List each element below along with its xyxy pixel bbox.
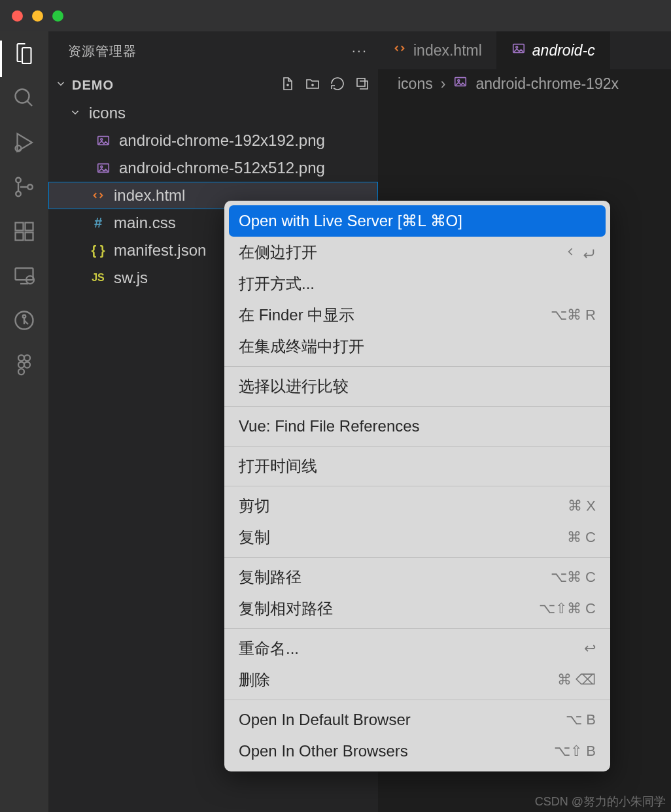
context-menu-item[interactable]: 剪切 ⌘ X bbox=[224, 490, 610, 522]
file-label: sw.js bbox=[114, 269, 148, 287]
tree-folder-icons[interactable]: icons bbox=[48, 99, 378, 127]
svg-rect-6 bbox=[16, 233, 24, 241]
context-menu-item[interactable]: 在侧边打开 bbox=[224, 237, 610, 268]
context-menu-item[interactable]: 打开方式... bbox=[224, 268, 610, 299]
breadcrumb-file: android-chrome-192x bbox=[475, 75, 619, 93]
submenu-indicator bbox=[564, 245, 596, 260]
menu-shortcut: ↩ bbox=[584, 640, 596, 657]
collapse-all-icon[interactable] bbox=[354, 76, 370, 94]
context-menu-item[interactable]: 复制相对路径 ⌥⇧⌘ C bbox=[224, 593, 610, 624]
refresh-icon[interactable] bbox=[330, 76, 345, 94]
file-label: manifest.json bbox=[114, 241, 206, 260]
js-file-icon: JS bbox=[89, 272, 107, 284]
menu-separator bbox=[224, 700, 610, 700]
editor-tab[interactable]: index.html bbox=[378, 31, 497, 69]
breadcrumb[interactable]: icons › android-chrome-192x bbox=[378, 69, 671, 98]
svg-point-2 bbox=[16, 178, 21, 183]
svg-rect-18 bbox=[357, 78, 365, 86]
git-graph-icon[interactable] bbox=[11, 307, 37, 333]
breadcrumb-folder: icons bbox=[398, 75, 433, 93]
context-menu-item[interactable]: 在 Finder 中显示 ⌥⌘ R bbox=[224, 299, 610, 331]
menu-item-label: Open In Default Browser bbox=[239, 711, 411, 729]
project-actions bbox=[280, 76, 378, 94]
html-file-icon bbox=[392, 41, 407, 59]
remote-explorer-icon[interactable] bbox=[11, 263, 37, 289]
menu-item-label: 打开方式... bbox=[239, 273, 315, 294]
sidebar-header: 资源管理器 ··· bbox=[48, 31, 378, 71]
tab-label: index.html bbox=[413, 42, 482, 59]
context-menu-item[interactable]: 复制路径 ⌥⌘ C bbox=[224, 562, 610, 593]
search-icon[interactable] bbox=[11, 85, 37, 111]
menu-separator bbox=[224, 446, 610, 447]
activity-bar bbox=[0, 31, 48, 812]
file-label: android-chrome-512x512.png bbox=[119, 159, 325, 177]
menu-separator bbox=[224, 628, 610, 629]
menu-item-label: 在集成终端中打开 bbox=[239, 336, 364, 357]
tree-file[interactable]: android-chrome-192x192.png bbox=[48, 127, 378, 154]
menu-shortcut: ⌥⌘ C bbox=[551, 569, 596, 586]
menu-shortcut: ⌥⌘ R bbox=[551, 307, 596, 324]
svg-point-14 bbox=[24, 355, 30, 361]
editor-tab-active[interactable]: android-c bbox=[497, 31, 610, 69]
svg-point-24 bbox=[516, 46, 518, 48]
menu-shortcut: ⌘ ⌫ bbox=[557, 671, 596, 688]
figma-icon[interactable] bbox=[11, 352, 37, 378]
close-window-button[interactable] bbox=[12, 10, 23, 22]
context-menu-item[interactable]: 打开时间线 bbox=[224, 450, 610, 482]
svg-point-16 bbox=[18, 362, 24, 368]
image-file-icon bbox=[453, 75, 468, 93]
svg-point-26 bbox=[458, 80, 460, 82]
menu-shortcut: ⌘ C bbox=[567, 529, 596, 546]
context-menu-item[interactable]: 重命名... ↩ bbox=[224, 633, 610, 664]
json-file-icon: { } bbox=[89, 243, 107, 258]
run-debug-icon[interactable] bbox=[11, 129, 37, 156]
context-menu-item[interactable]: Vue: Find File References bbox=[224, 411, 610, 442]
svg-rect-9 bbox=[16, 268, 33, 280]
editor-tabs: index.html android-c bbox=[378, 31, 671, 69]
svg-rect-5 bbox=[16, 223, 24, 231]
image-file-icon bbox=[94, 161, 112, 175]
menu-item-label: 删除 bbox=[239, 669, 270, 690]
project-name: DEMO bbox=[72, 78, 114, 93]
context-menu-item[interactable]: 复制 ⌘ C bbox=[224, 522, 610, 553]
menu-item-label: 复制 bbox=[239, 527, 270, 548]
menu-item-label: Open In Other Browsers bbox=[239, 742, 408, 760]
svg-point-4 bbox=[27, 184, 33, 190]
context-menu-item[interactable]: Open In Other Browsers ⌥⇧ B bbox=[224, 736, 610, 767]
source-control-icon[interactable] bbox=[11, 174, 37, 200]
tab-label: android-c bbox=[532, 42, 595, 59]
window-controls bbox=[12, 10, 63, 22]
context-menu-item[interactable]: 在集成终端中打开 bbox=[224, 331, 610, 362]
explorer-icon[interactable] bbox=[11, 41, 37, 67]
context-menu-item[interactable]: Open In Default Browser ⌥ B bbox=[224, 704, 610, 736]
context-menu-item[interactable]: 删除 ⌘ ⌫ bbox=[224, 664, 610, 696]
image-file-icon bbox=[511, 41, 526, 59]
svg-rect-7 bbox=[26, 233, 33, 241]
chevron-down-icon bbox=[69, 104, 82, 122]
menu-item-label: Vue: Find File References bbox=[239, 417, 420, 435]
menu-item-label: 复制相对路径 bbox=[239, 598, 333, 619]
tree-file[interactable]: android-chrome-512x512.png bbox=[48, 154, 378, 182]
css-file-icon: # bbox=[89, 214, 107, 231]
project-header[interactable]: DEMO bbox=[48, 71, 378, 99]
extensions-icon[interactable] bbox=[11, 218, 37, 245]
svg-point-20 bbox=[101, 139, 103, 141]
html-file-icon bbox=[89, 188, 107, 203]
context-menu-item[interactable]: Open with Live Server [⌘L ⌘O] bbox=[229, 205, 606, 237]
minimize-window-button[interactable] bbox=[32, 10, 43, 22]
menu-shortcut: ⌥⇧⌘ C bbox=[539, 600, 596, 617]
menu-item-label: 打开时间线 bbox=[239, 456, 317, 477]
menu-item-label: 重命名... bbox=[239, 638, 299, 659]
titlebar bbox=[0, 0, 671, 31]
svg-point-12 bbox=[23, 315, 26, 318]
sidebar-more-icon[interactable]: ··· bbox=[352, 42, 368, 59]
menu-separator bbox=[224, 486, 610, 486]
maximize-window-button[interactable] bbox=[52, 10, 63, 22]
menu-separator bbox=[224, 366, 610, 367]
new-folder-icon[interactable] bbox=[305, 76, 320, 94]
file-label: index.html bbox=[114, 186, 185, 205]
new-file-icon[interactable] bbox=[280, 76, 296, 94]
menu-item-label: 在侧边打开 bbox=[239, 242, 317, 263]
menu-item-label: 在 Finder 中显示 bbox=[239, 305, 354, 326]
context-menu-item[interactable]: 选择以进行比较 bbox=[224, 371, 610, 402]
